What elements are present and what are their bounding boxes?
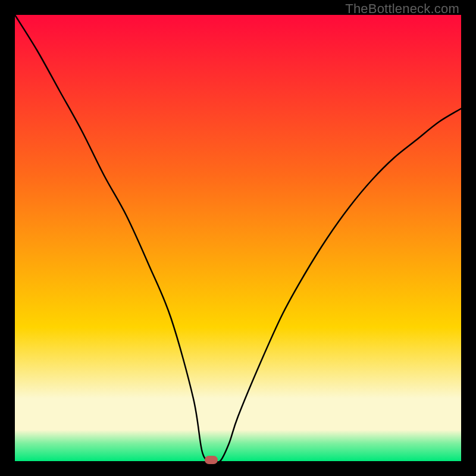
optimum-marker: [205, 456, 218, 464]
chart-area: [15, 15, 461, 461]
bottleneck-curve: [15, 15, 461, 461]
